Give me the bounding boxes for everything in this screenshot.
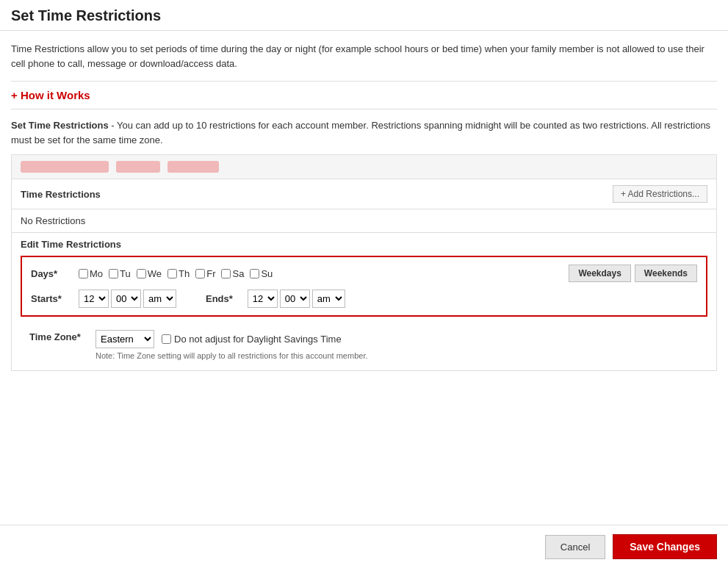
how-it-works-link[interactable]: + How it Works [11, 89, 90, 101]
page-title: Set Time Restrictions [11, 7, 717, 24]
ends-time-group: 12 123 456 789 1011 00153045 ampm [248, 290, 345, 308]
days-row: Days* Mo Tu We Th [31, 265, 697, 282]
member-name-3-blurred [167, 161, 219, 173]
how-it-works-prefix: + [11, 89, 21, 101]
ends-minute-select[interactable]: 00153045 [280, 290, 310, 308]
page-header: Set Time Restrictions [0, 0, 728, 31]
checkbox-fr[interactable] [195, 269, 205, 278]
save-changes-button[interactable]: Save Changes [613, 534, 717, 559]
timezone-note: Note: Time Zone setting will apply to al… [95, 351, 368, 360]
days-checkboxes: Mo Tu We Th Fr [79, 268, 569, 279]
member-header [12, 155, 716, 179]
restrictions-info-body: - You can add up to 10 restrictions for … [11, 120, 710, 145]
day-we[interactable]: We [137, 268, 162, 279]
how-it-works-label: How it Works [21, 89, 90, 101]
time-restrictions-row: Time Restrictions + Add Restrictions... [12, 179, 716, 209]
starts-hour-select[interactable]: 12 123 456 789 1011 [79, 290, 109, 308]
timezone-label: Time Zone* [29, 330, 95, 342]
edit-restrictions-title: Edit Time Restrictions [21, 239, 707, 250]
days-label: Days* [31, 268, 79, 279]
time-row: Starts* 12 123 456 789 1011 00153045 [31, 290, 697, 308]
edit-restrictions-section: Edit Time Restrictions Days* Mo Tu [12, 233, 716, 370]
weekdays-button[interactable]: Weekdays [569, 265, 630, 282]
ends-label: Ends* [206, 293, 233, 304]
day-su[interactable]: Su [250, 268, 273, 279]
member-name-2-blurred [116, 161, 160, 173]
starts-time-group: 12 123 456 789 1011 00153045 ampm [79, 290, 176, 308]
page-container: Set Time Restrictions Time Restrictions … [0, 0, 728, 568]
daylight-savings-label[interactable]: Do not adjust for Daylight Savings Time [162, 334, 342, 345]
time-restrictions-label: Time Restrictions [21, 189, 101, 200]
timezone-top: Eastern Central Mountain Pacific Alaska … [95, 330, 368, 348]
starts-label: Starts* [31, 293, 79, 304]
daylight-savings-text: Do not adjust for Daylight Savings Time [174, 334, 342, 345]
day-th[interactable]: Th [167, 268, 190, 279]
no-restrictions-row: No Restrictions [12, 209, 716, 233]
checkbox-sa[interactable] [221, 269, 231, 278]
how-it-works-section: + How it Works [11, 82, 717, 109]
ends-ampm-select[interactable]: ampm [312, 290, 345, 308]
weekends-button[interactable]: Weekends [635, 265, 697, 282]
member-name-1-blurred [21, 161, 109, 173]
day-sa[interactable]: Sa [221, 268, 244, 279]
restrictions-info-text: Set Time Restrictions - You can add up t… [11, 118, 717, 147]
cancel-button[interactable]: Cancel [545, 535, 605, 559]
edit-box: Days* Mo Tu We Th [21, 256, 707, 317]
timezone-controls: Eastern Central Mountain Pacific Alaska … [95, 330, 368, 360]
starts-minute-select[interactable]: 00153045 [111, 290, 141, 308]
checkbox-th[interactable] [167, 269, 177, 278]
description-text: Time Restrictions allow you to set perio… [11, 42, 717, 82]
weekday-buttons: Weekdays Weekends [569, 265, 697, 282]
set-restrictions-info: Set Time Restrictions - You can add up t… [11, 109, 717, 154]
checkbox-tu[interactable] [109, 269, 118, 278]
timezone-select[interactable]: Eastern Central Mountain Pacific Alaska … [95, 330, 154, 348]
no-restrictions-text: No Restrictions [21, 215, 85, 226]
ends-hour-select[interactable]: 12 123 456 789 1011 [248, 290, 278, 308]
add-restrictions-button[interactable]: + Add Restrictions... [613, 185, 707, 203]
checkbox-su[interactable] [250, 269, 259, 278]
starts-ampm-select[interactable]: ampm [143, 290, 176, 308]
checkbox-we[interactable] [137, 269, 146, 278]
checkbox-mo[interactable] [79, 269, 88, 278]
daylight-savings-checkbox[interactable] [162, 334, 171, 344]
restrictions-info-bold: Set Time Restrictions [11, 120, 109, 131]
member-section: Time Restrictions + Add Restrictions... … [11, 154, 717, 371]
day-mo[interactable]: Mo [79, 268, 103, 279]
page-content: Time Restrictions allow you to set perio… [0, 31, 728, 525]
footer-section: Cancel Save Changes [0, 525, 728, 568]
day-tu[interactable]: Tu [109, 268, 131, 279]
timezone-row: Time Zone* Eastern Central Mountain Paci… [21, 324, 707, 363]
day-fr[interactable]: Fr [195, 268, 215, 279]
